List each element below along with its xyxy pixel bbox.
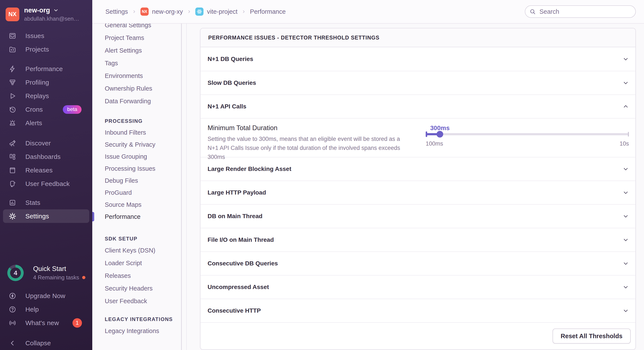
chevron-down-icon: [622, 80, 629, 86]
play-icon: [8, 92, 17, 100]
settings-nav-item[interactable]: Issue Grouping: [92, 151, 186, 163]
detector-row[interactable]: Uncompressed Asset: [200, 275, 636, 299]
settings-nav-item[interactable]: Source Maps: [92, 199, 186, 211]
reset-all-thresholds-button[interactable]: Reset All Thresholds: [552, 329, 631, 344]
sidebar-item-stats[interactable]: Stats: [0, 196, 92, 209]
breadcrumb-settings[interactable]: Settings: [106, 8, 128, 15]
slider-min-label: 100ms: [426, 141, 443, 147]
settings-nav-item[interactable]: ProGuard: [92, 186, 186, 199]
settings-nav-item[interactable]: Legacy Integrations: [92, 325, 186, 337]
settings-nav-item[interactable]: Inbound Filters: [92, 127, 186, 139]
duration-slider: 300ms 100ms 10s: [426, 125, 629, 147]
upgrade-now-button[interactable]: Upgrade Now: [0, 289, 92, 303]
settings-nav-item[interactable]: Security & Privacy: [92, 139, 186, 151]
detector-row[interactable]: Large HTTP Payload: [200, 180, 636, 204]
sidebar-item-user-feedback[interactable]: User Feedback: [0, 177, 92, 190]
top-bar: Settings › NX new-org-xy › vite-project …: [92, 0, 644, 24]
quick-start-widget[interactable]: 4 Quick Start 4 Remaining tasks: [7, 265, 88, 281]
beta-badge: beta: [63, 105, 82, 114]
sidebar-item-crons[interactable]: Crons beta: [0, 103, 92, 116]
settings-nav-processing-list: Inbound FiltersSecurity & PrivacyIssue G…: [92, 127, 186, 211]
feedback-bubble-icon: [8, 179, 17, 188]
whats-new-button[interactable]: What's new 1: [0, 316, 92, 330]
detector-row[interactable]: Slow DB Queries: [200, 71, 636, 94]
quick-start-progress-ring: 4: [7, 265, 24, 281]
sidebar-item-profiling[interactable]: Profiling: [0, 76, 92, 89]
breadcrumb-org[interactable]: NX new-org-xy: [140, 7, 183, 16]
chevron-down-icon: [622, 189, 629, 196]
breadcrumb-current-page: Performance: [250, 8, 286, 15]
chevron-down-icon: [622, 213, 629, 219]
chevron-down-icon: [622, 56, 629, 62]
settings-nav-item[interactable]: Alert Settings: [92, 44, 186, 57]
breadcrumb-project[interactable]: vite-project: [195, 7, 238, 16]
settings-nav-item[interactable]: Project Teams: [92, 31, 186, 44]
settings-nav-item[interactable]: Tags: [92, 57, 186, 70]
chevron-down-icon: [622, 260, 629, 267]
sidebar-item-dashboards[interactable]: Dashboards: [0, 150, 92, 164]
sidebar-item-issues[interactable]: Issues: [0, 29, 92, 42]
org-switcher[interactable]: NX new-org abdullah.khan@sen…: [6, 6, 90, 22]
settings-nav-item[interactable]: Environments: [92, 70, 186, 82]
broadcast-icon: [8, 319, 17, 327]
slider-track[interactable]: [426, 133, 629, 135]
app-sidebar: NX new-org abdullah.khan@sen… Issues Pro…: [0, 0, 92, 350]
sidebar-item-discover[interactable]: Discover: [0, 136, 92, 150]
search-input[interactable]: [525, 5, 636, 18]
sidebar-item-projects[interactable]: Projects: [0, 42, 92, 56]
collapse-button[interactable]: Collapse: [0, 336, 92, 350]
detector-row[interactable]: File I/O on Main Thread: [200, 228, 636, 251]
nav-scrollbar[interactable]: [181, 24, 182, 350]
help-button[interactable]: Help: [0, 303, 92, 316]
nav-section-header-processing: PROCESSING: [92, 116, 186, 127]
sidebar-item-performance[interactable]: Performance: [0, 62, 92, 76]
org-email: abdullah.khan@sen…: [24, 15, 79, 22]
sidebar-item-alerts[interactable]: Alerts: [0, 116, 92, 130]
sidebar-footer-nav: Upgrade Now Help What's new 1: [0, 289, 92, 330]
settings-nav-item[interactable]: User Feedback: [92, 295, 186, 308]
main-content: PERFORMANCE ISSUES - DETECTOR THRESHOLD …: [187, 24, 644, 350]
breadcrumb-separator-icon: ›: [132, 7, 136, 16]
inbox-icon: [8, 31, 17, 40]
archive-box-icon: [8, 166, 17, 175]
collapse-sidebar-row: Collapse: [0, 336, 92, 350]
settings-nav-item[interactable]: Client Keys (DSN): [92, 244, 186, 257]
folder-code-icon: [8, 45, 17, 54]
gear-icon: [8, 212, 17, 220]
sidebar-primary-nav: Issues Projects Performance Profiling R: [0, 29, 92, 223]
settings-nav-item[interactable]: Ownership Rules: [92, 82, 186, 95]
detector-row[interactable]: DB on Main Thread: [200, 204, 636, 228]
chevron-down-icon: [622, 237, 629, 243]
breadcrumb-separator-icon: ›: [242, 7, 246, 16]
settings-nav: General SettingsProject TeamsAlert Setti…: [92, 24, 187, 350]
settings-nav-item[interactable]: Data Forwarding: [92, 95, 186, 108]
sidebar-item-settings[interactable]: Settings: [3, 209, 89, 223]
settings-nav-item[interactable]: Security Headers: [92, 282, 186, 295]
lightning-icon: [8, 65, 17, 73]
settings-nav-item[interactable]: Debug Files: [92, 175, 186, 186]
settings-nav-item[interactable]: Loader Script: [92, 257, 186, 269]
chevron-down-icon: [622, 308, 629, 314]
settings-nav-general-list: General SettingsProject TeamsAlert Setti…: [92, 24, 186, 108]
detector-row[interactable]: Consecutive DB Queries: [200, 251, 636, 275]
detector-row-expanded[interactable]: N+1 API Calls: [200, 94, 636, 118]
profiling-stack-icon: [8, 78, 17, 87]
dashboard-grid-icon: [8, 153, 17, 161]
settings-nav-item[interactable]: Releases: [92, 269, 186, 282]
detector-setting-expanded: Minimum Total Duration Setting the value…: [200, 118, 636, 157]
notification-badge: 1: [72, 318, 82, 328]
quick-start-title: Quick Start: [33, 265, 86, 273]
setting-description: Setting the value to 300ms, means that a…: [208, 134, 410, 162]
detector-row[interactable]: Consecutive HTTP: [200, 299, 636, 322]
sidebar-item-replays[interactable]: Replays: [0, 89, 92, 103]
org-badge-icon: NX: [140, 7, 149, 16]
settings-nav-sdk-list: Client Keys (DSN)Loader ScriptReleasesSe…: [92, 244, 186, 308]
settings-nav-item[interactable]: Processing Issues: [92, 163, 186, 175]
chevron-down-icon: [53, 7, 59, 13]
sidebar-item-releases[interactable]: Releases: [0, 164, 92, 177]
slider-thumb[interactable]: [437, 131, 443, 138]
settings-nav-item[interactable]: General Settings: [92, 24, 186, 31]
detector-row[interactable]: N+1 DB Queries: [200, 47, 636, 71]
settings-nav-item-performance-active[interactable]: Performance: [92, 211, 186, 223]
chevron-left-icon: [8, 339, 17, 348]
